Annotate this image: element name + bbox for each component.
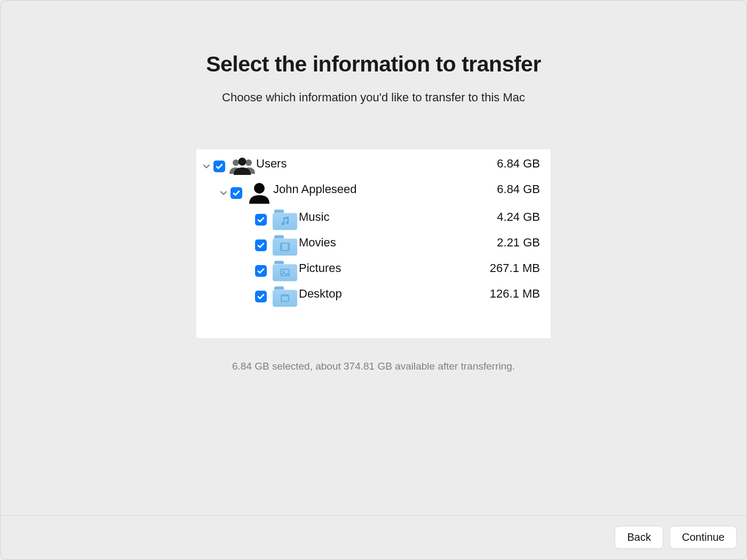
tree-size: 6.84 GB [497, 157, 543, 171]
svg-point-2 [239, 158, 247, 166]
folder-music-icon [271, 210, 299, 230]
checkbox-movies[interactable] [255, 239, 267, 251]
tree-row-user[interactable]: John Appleseed 6.84 GB [196, 179, 551, 207]
tree-label: Pictures [299, 261, 490, 275]
svg-rect-5 [281, 243, 282, 251]
tree-label: John Appleseed [273, 182, 497, 196]
tree-label: Desktop [299, 287, 490, 301]
back-button[interactable]: Back [615, 526, 663, 549]
checkbox-pictures[interactable] [255, 265, 267, 277]
tree-row-music[interactable]: Music 4.24 GB [196, 207, 551, 233]
user-silhouette-icon [245, 181, 273, 205]
tree-row-movies[interactable]: Movies 2.21 GB [196, 233, 551, 258]
tree-row-users[interactable]: Users 6.84 GB [196, 154, 551, 179]
tree-label: Users [256, 157, 497, 171]
users-group-icon [228, 156, 256, 177]
continue-button[interactable]: Continue [670, 526, 737, 549]
tree-size: 6.84 GB [497, 182, 543, 196]
tree-size: 2.21 GB [497, 236, 543, 250]
checkbox-music[interactable] [255, 214, 267, 226]
checkbox-user[interactable] [231, 187, 242, 199]
transfer-tree-panel: Users 6.84 GB John Appleseed 6.84 GB [196, 149, 551, 338]
chevron-down-icon[interactable] [202, 163, 211, 170]
chevron-down-icon[interactable] [219, 189, 228, 197]
page-title: Select the information to transfer [1, 52, 746, 77]
svg-point-1 [245, 159, 252, 166]
status-text: 6.84 GB selected, about 374.81 GB availa… [1, 361, 746, 372]
tree-row-desktop[interactable]: Desktop 126.1 MB [196, 284, 551, 309]
folder-movies-icon [271, 235, 299, 255]
checkbox-users[interactable] [213, 161, 225, 172]
tree-size: 4.24 GB [497, 210, 543, 224]
svg-rect-10 [281, 295, 289, 297]
tree-size: 126.1 MB [490, 287, 543, 301]
tree-label: Movies [299, 236, 497, 250]
tree-label: Music [299, 210, 497, 224]
svg-point-3 [254, 183, 265, 194]
svg-point-0 [233, 159, 239, 166]
page-subtitle: Choose which information you'd like to t… [1, 91, 746, 105]
folder-pictures-icon [271, 261, 299, 281]
folder-desktop-icon [271, 286, 299, 307]
footer-divider [1, 515, 746, 516]
svg-rect-6 [288, 243, 289, 251]
tree-row-pictures[interactable]: Pictures 267.1 MB [196, 258, 551, 284]
tree-size: 267.1 MB [490, 261, 543, 275]
checkbox-desktop[interactable] [255, 291, 267, 302]
